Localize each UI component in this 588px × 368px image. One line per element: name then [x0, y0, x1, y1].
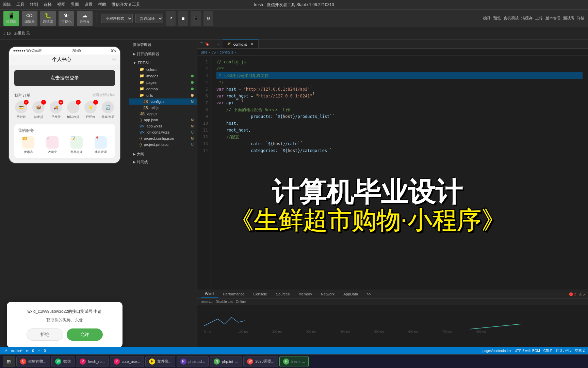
- compile-btn[interactable]: 编译: [483, 16, 491, 21]
- nav-menu[interactable]: ···: [106, 57, 110, 62]
- editor-btn[interactable]: </> 编辑器: [22, 11, 37, 26]
- file-app-js[interactable]: JS app.js: [129, 111, 197, 117]
- sidebar-toggle-icon[interactable]: ☰: [200, 42, 203, 46]
- scan-btn[interactable]: ⊡: [203, 11, 213, 26]
- visible-btn[interactable]: 👁 可视化: [59, 11, 74, 26]
- simulator-btn[interactable]: 📱 模拟器: [3, 11, 19, 26]
- menu-edit[interactable]: 编辑: [3, 2, 11, 7]
- folder-qqmap[interactable]: 📁 qqmap: [129, 86, 197, 92]
- menu-goto[interactable]: 转到: [30, 2, 38, 7]
- login-button[interactable]: 点击授权登录: [14, 70, 115, 86]
- refresh-btn[interactable]: ↺: [166, 11, 176, 26]
- cloud-btn[interactable]: ☁ 云开发: [77, 11, 93, 26]
- test-btn[interactable]: 测试号: [563, 16, 574, 21]
- mode-select[interactable]: 小程序模式: [101, 14, 133, 23]
- folder-name: colorui: [146, 67, 157, 72]
- service-label-0: 优惠券: [24, 150, 33, 154]
- dialog-confirm-btn[interactable]: 允许: [67, 328, 103, 341]
- menu-wechat-dev[interactable]: 微信开发者工具: [112, 2, 140, 7]
- position: 行 3，列 3: [556, 348, 572, 353]
- folder-images[interactable]: 📁 images: [129, 73, 197, 79]
- upload-btn[interactable]: 上传: [535, 16, 543, 21]
- taskbar-item-5[interactable]: P phpstud...: [177, 356, 209, 367]
- open-editors-toggle[interactable]: ▶ 打开的编辑器: [129, 50, 197, 58]
- debug-tab-more[interactable]: >>: [363, 290, 375, 298]
- compile-select[interactable]: 普通编译: [135, 14, 163, 23]
- order-label-0: 待付款: [17, 115, 26, 119]
- stop-btn[interactable]: ⏹: [178, 11, 188, 26]
- debug-tab-sources[interactable]: Sources: [272, 290, 294, 298]
- file-util-js[interactable]: JS util.js: [129, 105, 197, 111]
- explorer-title: 资源管理器: [133, 42, 151, 47]
- taskbar-item-6[interactable]: N php.ini -...: [210, 356, 242, 367]
- menu-view[interactable]: 视图: [57, 2, 65, 7]
- json-file-icon: {}: [140, 118, 142, 122]
- taskbar-item-3[interactable]: P cute_use...: [110, 356, 144, 367]
- breadcrumb-more[interactable]: ...: [238, 50, 241, 54]
- explorer-menu-icon[interactable]: ···: [191, 43, 194, 47]
- taskbar-item-7[interactable]: W 2023需要...: [243, 356, 278, 367]
- file-ionicons-wxss[interactable]: Wx ionicons.wxss U: [129, 129, 197, 135]
- detail-btn[interactable]: 详情: [577, 16, 585, 21]
- save-cache-btn[interactable]: 清缓存: [521, 16, 533, 21]
- file-badge: U: [191, 143, 194, 147]
- wxss-file-icon: Wx: [140, 124, 144, 128]
- folder-pages[interactable]: 📁 pages: [129, 79, 197, 86]
- nav-capture[interactable]: ⦿: [112, 57, 116, 62]
- hotreload[interactable]: 热重载 关: [14, 31, 30, 36]
- debug-tool-1[interactable]: reserv...: [201, 300, 213, 304]
- order-icon-4: 0 ⭐: [84, 101, 97, 113]
- folder-colorui[interactable]: 📁 colorui: [129, 66, 197, 73]
- taskbar-item-2[interactable]: P fresh_ro...: [76, 356, 109, 367]
- debug-tool-3[interactable]: Online: [236, 300, 246, 304]
- timeline-toggle[interactable]: ▶ 时间线: [129, 158, 197, 166]
- menu-tools[interactable]: 工具: [16, 2, 24, 7]
- view-all-orders[interactable]: 查看全部订单>: [93, 93, 115, 98]
- file-project-pri[interactable]: {} project.pri.taco... U: [129, 141, 197, 148]
- dialog-cancel-btn[interactable]: 拒绝: [27, 328, 63, 341]
- file-app-wxss[interactable]: Wx app.wxss M: [129, 123, 197, 129]
- taskbar-item-8[interactable]: F fresh -...: [279, 356, 309, 367]
- taskbar-item-4[interactable]: F 文件资...: [145, 356, 175, 367]
- phone-nav: ··· 个人中心 ··· ⦿: [9, 55, 120, 65]
- nav-forward-icon[interactable]: →: [216, 42, 220, 46]
- taskbar-item-1[interactable]: W 微信: [51, 356, 75, 367]
- outline-toggle[interactable]: ▶ 大纲: [129, 150, 197, 158]
- folder-utils[interactable]: 📂 utils: [129, 92, 197, 98]
- tab-config-js[interactable]: JS config.js ✕: [223, 40, 259, 48]
- phone-btn[interactable]: 📱: [191, 11, 201, 26]
- menu-select[interactable]: 选择: [44, 2, 52, 7]
- version-num[interactable]: # 16: [3, 31, 11, 35]
- bookmark-icon[interactable]: 🔖: [205, 42, 210, 46]
- debug-tab-network[interactable]: Network: [317, 290, 339, 298]
- debug-tab-memory[interactable]: Memory: [294, 290, 316, 298]
- version-btn[interactable]: 版本管理: [545, 16, 560, 21]
- file-path: pages/center/index: [483, 349, 511, 353]
- debug-tab-performance[interactable]: Performance: [219, 290, 249, 298]
- debugger-btn[interactable]: 🐛 调试器: [40, 11, 56, 26]
- taskbar-start[interactable]: ⊞: [3, 356, 15, 367]
- file-project-config[interactable]: {} project.config.json M: [129, 135, 197, 141]
- file-app-json[interactable]: {} app.json M: [129, 117, 197, 123]
- menu-help[interactable]: 帮助: [98, 2, 106, 7]
- debug-tool-2[interactable]: Disable cac: [215, 300, 233, 304]
- branch-name[interactable]: master*: [11, 349, 22, 353]
- nav-back[interactable]: ···: [13, 57, 17, 62]
- close-icon[interactable]: ✕: [250, 42, 254, 46]
- taskbar-item-0[interactable]: C 生鲜购物...: [16, 356, 50, 367]
- debug-tab-console[interactable]: Console: [249, 290, 271, 298]
- breadcrumb-file[interactable]: config.js: [220, 50, 233, 54]
- preview-btn[interactable]: 预览: [493, 16, 501, 21]
- code-content[interactable]: // config.js /** * 小程序后端接口配置文件 */ var ho…: [211, 56, 588, 290]
- debug-tab-wxml[interactable]: Wxml: [201, 290, 218, 298]
- project-toggle[interactable]: ▼ FRESH: [129, 59, 197, 66]
- modified-dot: [191, 88, 194, 90]
- real-machine-btn[interactable]: 真机调试: [504, 16, 519, 21]
- breadcrumb-utils[interactable]: utils: [201, 50, 208, 54]
- menu-interface[interactable]: 界面: [71, 2, 79, 7]
- file-config-js[interactable]: JS config.js M: [129, 98, 197, 105]
- nav-back-icon[interactable]: ←: [211, 42, 215, 46]
- menu-settings[interactable]: 设置: [84, 2, 93, 7]
- services-section: 我的服务 🎫 优惠券 ❤ 收藏夹 📝: [14, 124, 115, 158]
- debug-tab-appdata[interactable]: AppData: [339, 290, 362, 298]
